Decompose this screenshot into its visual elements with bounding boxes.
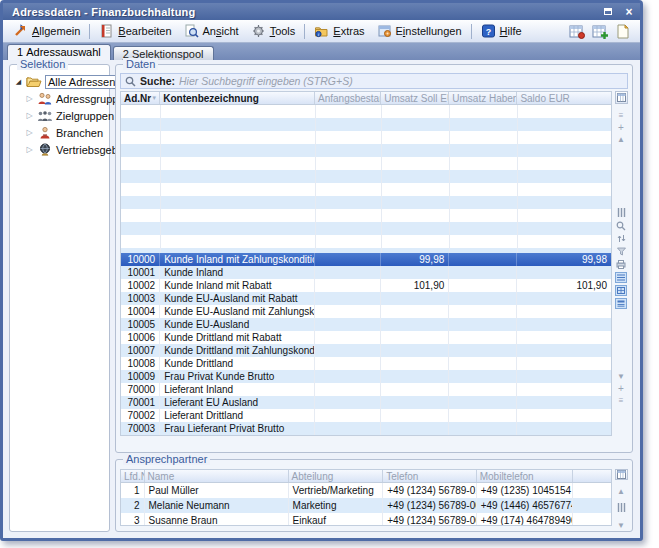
menu-label: Bearbeiten (118, 25, 171, 37)
sort-descending-icon: ▼ (151, 95, 158, 101)
view-grid-button[interactable] (615, 285, 627, 296)
account-row[interactable]: 70002 Lieferant Drittland (121, 409, 611, 422)
tree-item-alle-adressen[interactable]: ◢ Alle Adressen (14, 73, 107, 90)
close-button[interactable]: × (622, 5, 636, 18)
sort-button[interactable] (615, 233, 627, 244)
sort-arrows-icon (617, 234, 626, 243)
view-list-button[interactable] (615, 272, 627, 283)
tree-expander-collapsed-icon[interactable]: ▷ (25, 128, 34, 137)
cell-kontenbezeichnung: Frau Lieferant Privat Brutto (160, 422, 315, 435)
cell-saldo (517, 383, 611, 396)
tree-expander-collapsed-icon[interactable]: ▷ (25, 94, 34, 103)
account-row[interactable]: 10008 Kunde Drittland (121, 357, 611, 370)
extras-folder-icon: i (314, 24, 329, 38)
cell-saldo (517, 305, 611, 318)
columns-button[interactable] (615, 207, 627, 218)
search-input[interactable] (179, 75, 623, 87)
menu-ansicht[interactable]: Ansicht (178, 22, 245, 40)
column-header-lfdnr[interactable]: Lfd.Nr. (121, 470, 145, 482)
cell-spacer (573, 513, 611, 526)
title-bar[interactable]: Adressdaten - Finanzbuchhaltung × (3, 3, 640, 20)
daten-grid-header: Ad.Nr▼ Kontenbezeichnung Anfangsbestand … (121, 92, 611, 105)
cell-lfdnr: 1 (121, 483, 145, 498)
column-header-adnr[interactable]: Ad.Nr▼ (121, 92, 160, 104)
cell-anfangsbestand (315, 305, 381, 318)
account-row[interactable]: 10002 Kunde Inland mit Rabatt 101,90 101… (121, 279, 611, 292)
go-last-icon[interactable]: ≡ (619, 395, 624, 406)
column-header-umsatz-haben[interactable]: Umsatz Haben EUR (449, 92, 517, 104)
print-button[interactable] (615, 259, 627, 270)
column-header-mobiltelefon[interactable]: Mobiltelefon (477, 470, 573, 482)
contact-row[interactable]: 1 Paul Müller Vertrieb/Marketing +49 (12… (121, 483, 611, 498)
column-header-abteilung[interactable]: Abteilung (289, 470, 384, 482)
scroll-up-icon[interactable]: ▲ (617, 486, 625, 497)
account-row[interactable]: 10004 Kunde EU-Ausland mit Zahlungskondi… (121, 305, 611, 318)
column-header-kontenbezeichnung[interactable]: Kontenbezeichnung (160, 92, 315, 104)
cell-saldo (517, 370, 611, 383)
table-export-button[interactable] (568, 23, 586, 40)
tree-item-branchen[interactable]: ▷ Branchen (14, 124, 107, 141)
account-row[interactable]: 70000 Lieferant Inland (121, 383, 611, 396)
expand-icon[interactable]: + (618, 122, 624, 133)
menu-allgemein[interactable]: Allgemein (7, 22, 86, 40)
view-detail-icon (617, 300, 625, 307)
cell-umsatz-haben (449, 409, 517, 422)
account-row[interactable]: 10001 Kunde Inland (121, 266, 611, 279)
tree-expander-collapsed-icon[interactable]: ▷ (25, 111, 34, 120)
account-row[interactable]: 10005 Kunde EU-Ausland (121, 318, 611, 331)
target-groups-icon (37, 109, 53, 122)
column-header-telefon[interactable]: Telefon (383, 470, 477, 482)
view-detail-button[interactable] (615, 298, 627, 309)
cell-umsatz-soll (381, 266, 449, 279)
menu-bearbeiten[interactable]: Bearbeiten (93, 22, 177, 40)
table-add-button[interactable] (591, 23, 609, 40)
menu-einstellungen[interactable]: Einstellungen (371, 22, 468, 40)
scroll-down-icon[interactable]: ▼ (617, 371, 625, 382)
tree-expander-expanded-icon[interactable]: ◢ (14, 78, 23, 86)
tree-item-zielgruppen[interactable]: ▷ Zielgruppen (14, 107, 107, 124)
columns-button[interactable] (615, 503, 627, 512)
contact-row[interactable]: 3 Susanne Braun Einkauf +49 (1234) 56789… (121, 513, 611, 526)
tree-expander-collapsed-icon[interactable]: ▷ (25, 145, 34, 154)
account-row[interactable]: 10009 Frau Privat Kunde Brutto (121, 370, 611, 383)
cell-umsatz-soll (381, 370, 449, 383)
new-page-icon (616, 24, 630, 39)
cell-kontenbezeichnung: Lieferant Drittland (160, 409, 315, 422)
restore-button[interactable] (601, 5, 615, 18)
account-row[interactable]: 10006 Kunde Drittland mit Rabatt (121, 331, 611, 344)
account-row[interactable]: 70001 Lieferant EU Ausland (121, 396, 611, 409)
expand-icon[interactable]: + (618, 383, 624, 394)
cell-umsatz-soll (381, 383, 449, 396)
account-row[interactable]: 10000 Kunde Inland mit Zahlungskondition… (121, 253, 611, 266)
printer-icon (616, 260, 626, 269)
cell-umsatz-soll (381, 305, 449, 318)
scroll-up-icon[interactable]: ▲ (617, 134, 625, 145)
new-document-button[interactable] (614, 23, 632, 40)
column-header-umsatz-soll[interactable]: Umsatz Soll EUR (381, 92, 449, 104)
cell-spacer (573, 498, 611, 513)
tree-item-label: Zielgruppen (56, 110, 114, 122)
account-row[interactable]: 10003 Kunde EU-Ausland mit Rabatt (121, 292, 611, 305)
scroll-down-icon[interactable]: ▼ (617, 520, 625, 531)
address-groups-icon (37, 92, 53, 105)
tree-item-label: Branchen (56, 127, 103, 139)
go-first-icon[interactable]: ≡ (619, 110, 624, 121)
tree-item-vertriebsgebiete[interactable]: ▷ Vertriebsgebiete (14, 141, 107, 158)
column-header-anfangsbestand[interactable]: Anfangsbestand EUR (315, 92, 381, 104)
menu-tools[interactable]: Tools (245, 22, 302, 40)
column-header-saldo[interactable]: Saldo EUR (517, 92, 611, 104)
account-row[interactable]: 10007 Kunde Drittland mit Zahlungskondit… (121, 344, 611, 357)
grid-search-button[interactable] (615, 220, 627, 231)
ansprechpartner-grid-toolbar: ▲ ▼ (612, 469, 628, 526)
grid-nav-bottom: ▼ + ≡ (617, 371, 625, 406)
column-header-name[interactable]: Name (145, 470, 289, 482)
account-row[interactable]: 70003 Frau Lieferant Privat Brutto (121, 422, 611, 435)
grid-nav-top: ≡ + ▲ (617, 110, 625, 145)
column-chooser-button[interactable] (615, 469, 628, 480)
filter-button[interactable] (615, 246, 627, 257)
column-chooser-button[interactable] (615, 91, 628, 104)
tree-item-adressgruppen[interactable]: ▷ Adressgruppen (14, 90, 107, 107)
menu-hilfe[interactable]: ? Hilfe (475, 22, 528, 40)
menu-extras[interactable]: i Extras (308, 22, 370, 40)
contact-row[interactable]: 2 Melanie Neumann Marketing +49 (1234) 5… (121, 498, 611, 513)
